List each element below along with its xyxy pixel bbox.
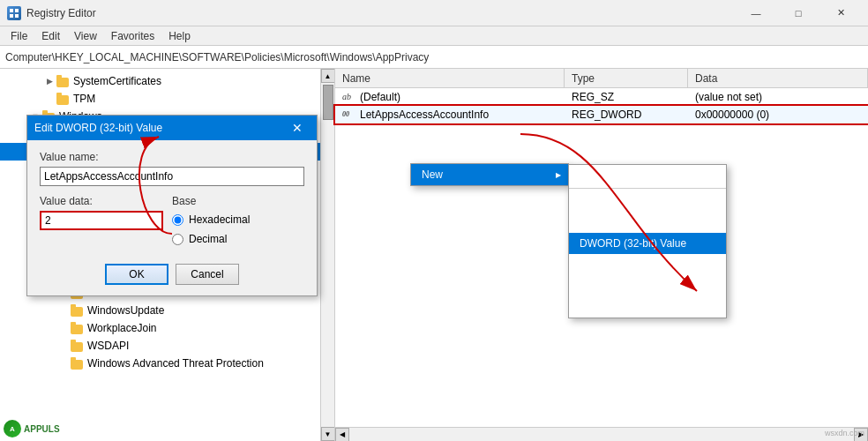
appuals-logo: A APPULS: [4, 420, 60, 437]
submenu-item-dword[interactable]: DWORD (32-bit) Value: [569, 233, 726, 254]
minimize-button[interactable]: —: [736, 0, 776, 26]
appuals-icon: A: [4, 420, 21, 437]
radio-hexadecimal[interactable]: Hexadecimal: [172, 211, 304, 228]
horizontal-scrollbar[interactable]: ◀ ▶: [335, 427, 868, 441]
window-controls: — □ ✕: [736, 0, 861, 26]
folder-icon: [71, 323, 85, 334]
ok-button[interactable]: OK: [105, 264, 168, 285]
submenu-divider: [569, 188, 726, 189]
tree-label: SystemCertificates: [73, 75, 161, 87]
base-group: Base Hexadecimal Decimal: [172, 195, 304, 250]
reg-name-default: ab (Default): [335, 91, 565, 103]
tree-label: WSDAPI: [87, 340, 129, 352]
radio-decimal[interactable]: Decimal: [172, 230, 304, 248]
folder-icon: [56, 76, 71, 87]
reg-name-letapps: 00 LetAppsAccessAccountInfo: [335, 108, 565, 121]
value-name-input[interactable]: [40, 167, 304, 186]
reg-type-letapps: REG_DWORD: [565, 108, 688, 121]
submenu-item-string[interactable]: String Value: [569, 191, 726, 212]
tree-item-tpm[interactable]: TPM: [0, 90, 320, 108]
value-data-label: Value data:: [40, 195, 163, 207]
expand-icon: [56, 356, 71, 370]
svg-rect-3: [15, 14, 19, 18]
reg-icon-sz: ab: [342, 92, 356, 102]
svg-rect-0: [10, 9, 13, 12]
column-headers: Name Type Data: [335, 69, 868, 88]
base-label: Base: [172, 195, 304, 207]
folder-icon: [71, 305, 85, 317]
col-header-name: Name: [335, 69, 565, 87]
cancel-button[interactable]: Cancel: [176, 264, 239, 285]
tree-label: WorkplaceJoin: [87, 322, 156, 334]
folder-icon: [71, 340, 85, 352]
tree-item-workplacejoin[interactable]: WorkplaceJoin: [0, 319, 320, 337]
expand-icon: ▶: [42, 74, 56, 88]
maximize-button[interactable]: □: [778, 0, 819, 26]
dialog-close-button[interactable]: ✕: [285, 116, 310, 140]
tree-label: WindowsUpdate: [87, 304, 164, 317]
dialog-row: Value data: Base Hexadecimal Decimal: [40, 195, 304, 250]
tree-item-windowsupdate[interactable]: WindowsUpdate: [0, 302, 320, 319]
edit-dword-dialog: Edit DWORD (32-bit) Value ✕ Value name: …: [26, 115, 318, 296]
value-name-label: Value name:: [40, 151, 304, 163]
scroll-left-arrow[interactable]: ◀: [335, 428, 349, 442]
registry-row-default[interactable]: ab (Default) REG_SZ (value not set): [335, 88, 868, 106]
scroll-thumb[interactable]: [323, 85, 333, 120]
svg-rect-2: [10, 14, 13, 18]
folder-icon: [56, 93, 71, 105]
submenu-item-qword[interactable]: QWORD (64-bit) Value: [569, 254, 726, 275]
menu-file[interactable]: File: [4, 28, 34, 44]
appuals-text: APPULS: [24, 424, 60, 434]
dialog-content: Value name: Value data: Base Hexadecimal…: [27, 140, 317, 295]
close-button[interactable]: ✕: [820, 0, 861, 26]
reg-data-default: (value not set): [688, 91, 868, 103]
col-header-type: Type: [565, 69, 688, 87]
submenu-item-multistring[interactable]: Multi-String Value: [569, 275, 726, 296]
context-menu-new[interactable]: New Key String Value Binary Value DWORD …: [411, 164, 568, 185]
value-data-group: Value data:: [40, 195, 163, 250]
expand-icon: [42, 92, 56, 106]
tree-item-watp[interactable]: Windows Advanced Threat Protection: [0, 355, 320, 372]
reg-data-letapps: 0x00000000 (0): [688, 108, 868, 121]
expand-icon: [56, 339, 71, 353]
svg-rect-1: [15, 9, 19, 12]
dialog-buttons: OK Cancel: [40, 260, 304, 285]
context-submenu: Key String Value Binary Value DWORD (32-…: [568, 164, 727, 318]
window-title: Registry Editor: [26, 7, 736, 19]
address-bar: Computer\HKEY_LOCAL_MACHINE\SOFTWARE\Pol…: [0, 46, 868, 69]
value-data-input[interactable]: [40, 211, 163, 230]
menu-edit[interactable]: Edit: [34, 28, 67, 44]
menu-favorites[interactable]: Favorites: [104, 28, 161, 44]
dialog-title: Edit DWORD (32-bit) Value: [34, 122, 285, 134]
submenu-item-binary[interactable]: Binary Value: [569, 212, 726, 233]
wsxdn-watermark: wsxdn.com: [825, 429, 864, 437]
tree-label: Windows Advanced Threat Protection: [87, 357, 264, 370]
reg-icon-dword: 00: [342, 109, 356, 120]
submenu-item-key[interactable]: Key: [569, 165, 726, 186]
context-menu: New Key String Value Binary Value DWORD …: [410, 163, 569, 186]
reg-type-default: REG_SZ: [565, 91, 688, 103]
address-path: Computer\HKEY_LOCAL_MACHINE\SOFTWARE\Pol…: [5, 51, 429, 64]
scroll-up-arrow[interactable]: ▲: [321, 69, 335, 83]
tree-item-wsdapi[interactable]: WSDAPI: [0, 337, 320, 355]
app-icon: [7, 6, 21, 20]
tree-item-systemcertificates[interactable]: ▶ SystemCertificates: [0, 72, 320, 90]
menu-view[interactable]: View: [67, 28, 104, 44]
folder-icon: [71, 358, 85, 370]
menu-bar: File Edit View Favorites Help: [0, 26, 868, 46]
tree-label: TPM: [73, 93, 95, 105]
scroll-down-arrow[interactable]: ▼: [321, 427, 335, 441]
menu-help[interactable]: Help: [161, 28, 198, 44]
registry-row-letapps[interactable]: 00 LetAppsAccessAccountInfo REG_DWORD 0x…: [335, 106, 868, 123]
expand-icon: [56, 321, 71, 335]
submenu-item-expandable[interactable]: Expandable String Value: [569, 296, 726, 318]
title-bar: Registry Editor — □ ✕: [0, 0, 868, 26]
dialog-titlebar: Edit DWORD (32-bit) Value ✕: [27, 116, 317, 140]
expand-icon: [56, 303, 71, 318]
tree-scrollbar[interactable]: ▲ ▼: [320, 69, 334, 441]
col-header-data: Data: [688, 69, 868, 87]
